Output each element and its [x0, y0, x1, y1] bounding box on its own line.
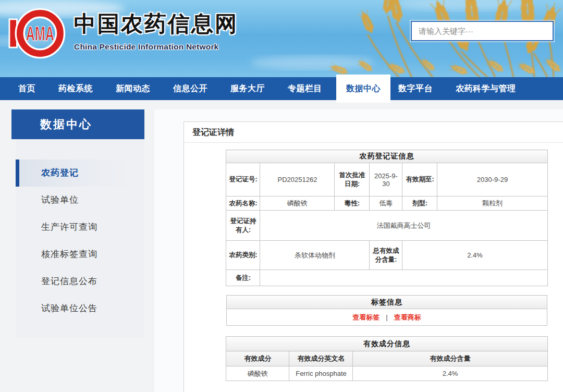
total-active-content-value: 2.4%	[402, 241, 547, 270]
search-input[interactable]	[411, 21, 554, 41]
pesticide-name-label: 农药名称:	[226, 197, 260, 211]
valid-until-label: 有效期至:	[402, 163, 437, 197]
certificate-holder-value: 法国戴商高士公司	[260, 211, 547, 241]
reg-no-label: 登记证号:	[226, 163, 260, 197]
pesticide-name-value: 磷酸铁	[260, 197, 335, 211]
site-logo[interactable]: AMA 中国农药信息网 China Pesticide Information …	[8, 4, 238, 63]
nav-item-data-center[interactable]: 数据中心	[336, 75, 390, 103]
formulation-value: 颗粒剂	[437, 197, 547, 211]
nav-item-pesticide-science[interactable]: 农药科学与管理	[456, 77, 516, 100]
sidebar-item-registration-info-publication[interactable]: 登记信息公布	[16, 268, 144, 295]
label-info-title: 标签信息	[227, 296, 547, 309]
nav-item-news[interactable]: 新闻动态	[116, 77, 150, 100]
registration-table: 农药登记证信息 登记证号: PD20251262 首次批准日期: 2025-9-…	[226, 150, 547, 286]
ingredient-col-english-name: 有效成分英文名	[289, 351, 353, 366]
registration-table-title: 农药登记证信息	[226, 150, 547, 163]
sidebar-item-pesticide-registration[interactable]: 农药登记	[16, 160, 144, 187]
icama-logo-icon: AMA	[8, 4, 69, 63]
total-active-content-label: 总有效成分含量:	[370, 241, 402, 270]
sidebar-item-production-license-query[interactable]: 生产许可查询	[16, 214, 144, 241]
nav-item-home[interactable]: 首页	[18, 77, 35, 100]
site-header: AMA 中国农药信息网 China Pesticide Information …	[0, 0, 563, 77]
main-nav: 首页 药检系统 新闻动态 信息公开 服务大厅 专题栏目 数据中心 数字平台 农药…	[0, 77, 563, 100]
site-title-cn: 中国农药信息网	[74, 9, 238, 39]
ingredient-content-value: 2.4%	[353, 366, 547, 381]
sidebar-title: 数据中心	[11, 109, 144, 139]
first-approval-date-label: 首次批准日期:	[335, 163, 370, 197]
toxicity-label: 毒性:	[335, 197, 370, 211]
detail-panel: 登记证详情 农药登记证信息 登记证号: PD20251262 首次批准日期: 2…	[183, 121, 563, 392]
valid-until-value: 2030-9-29	[437, 163, 547, 197]
toxicity-value: 低毒	[370, 197, 402, 211]
reg-no-value: PD20251262	[260, 163, 335, 197]
nav-item-info-disclosure[interactable]: 信息公开	[173, 77, 207, 100]
page-layout: 数据中心 农药登记 试验单位 生产许可查询 核准标签查询 登记信息公布 试验单位…	[0, 100, 563, 392]
view-trademark-link[interactable]: 查看商标	[394, 313, 421, 321]
nav-item-special-topics[interactable]: 专题栏目	[288, 77, 322, 100]
sidebar-item-test-unit-announcements[interactable]: 试验单位公告	[16, 295, 144, 322]
certificate-holder-label: 登记证持有人:	[226, 211, 260, 241]
label-info-table: 标签信息 查看标签|查看商标	[226, 295, 547, 326]
formulation-label: 剂型:	[402, 197, 437, 211]
page-title: 登记证详情	[184, 122, 563, 143]
first-approval-date-value: 2025-9-30	[370, 163, 402, 197]
sidebar-item-test-units[interactable]: 试验单位	[16, 187, 144, 214]
ingredient-col-content: 有效成分含量	[353, 351, 547, 366]
active-ingredient-table: 有效成分信息 有效成分 有效成分英文名 有效成分含量 磷酸铁 Ferric ph…	[226, 336, 547, 381]
sidebar-menu: 农药登记 试验单位 生产许可查询 核准标签查询 登记信息公布 试验单位公告	[16, 139, 144, 338]
sidebar: 数据中心 农药登记 试验单位 生产许可查询 核准标签查询 登记信息公布 试验单位…	[11, 109, 144, 338]
remarks-label: 备注:	[226, 270, 260, 286]
pesticide-category-label: 农药类别:	[226, 241, 260, 270]
link-separator: |	[386, 313, 387, 321]
active-ingredient-title: 有效成分信息	[226, 337, 547, 351]
ingredient-name-value: 磷酸铁	[226, 366, 289, 381]
nav-item-service-hall[interactable]: 服务大厅	[230, 77, 265, 100]
site-title-en: China Pesticide Information Network	[74, 42, 238, 52]
ingredient-col-name: 有效成分	[226, 351, 289, 366]
ingredient-english-name-value: Ferric phosphate	[289, 366, 353, 381]
sidebar-item-approved-label-query[interactable]: 核准标签查询	[16, 241, 144, 268]
nav-item-digital-platform[interactable]: 数字平台	[398, 77, 433, 100]
nav-item-inspection-system[interactable]: 药检系统	[58, 77, 93, 100]
content-area: 登记证详情 农药登记证信息 登记证号: PD20251262 首次批准日期: 2…	[154, 109, 563, 392]
remarks-value	[260, 270, 547, 286]
view-label-link[interactable]: 查看标签	[352, 313, 380, 321]
svg-text:AMA: AMA	[26, 22, 54, 45]
pesticide-category-value: 杀软体动物剂	[260, 241, 370, 270]
